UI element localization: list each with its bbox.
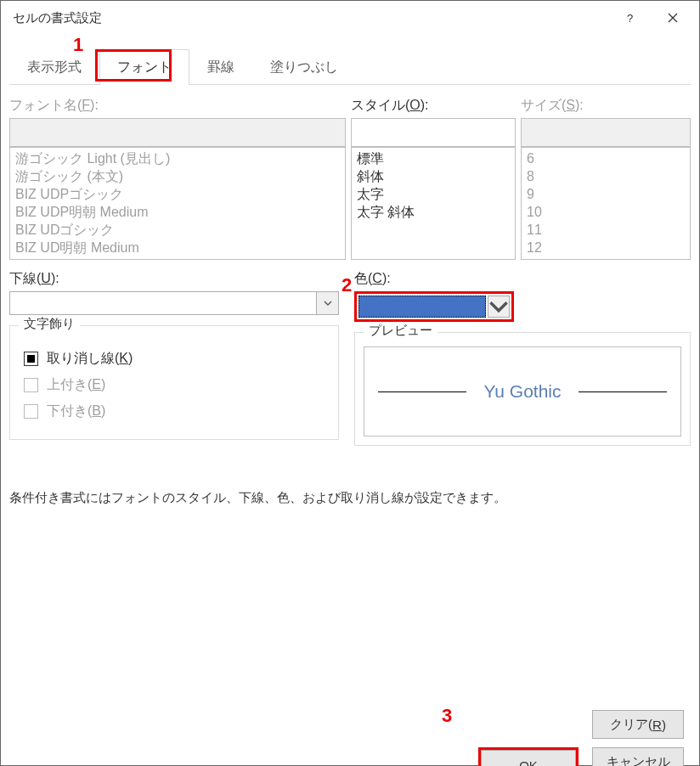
subscript-checkbox-row: 下付き(B) bbox=[24, 403, 325, 420]
size-input[interactable] bbox=[521, 118, 691, 147]
chevron-down-icon[interactable] bbox=[488, 296, 510, 318]
dialog-buttons: OK キャンセル bbox=[1, 739, 699, 766]
list-item[interactable]: 太字 bbox=[352, 185, 515, 203]
size-list[interactable]: 6 8 9 10 11 12 bbox=[521, 147, 691, 260]
tab-fill[interactable]: 塗りつぶし bbox=[252, 49, 356, 85]
style-list[interactable]: 標準 斜体 太字 太字 斜体 bbox=[351, 147, 516, 260]
preview-legend: プレビュー bbox=[364, 323, 438, 339]
label-size: サイズ(S): bbox=[521, 97, 691, 115]
help-button[interactable]: ? bbox=[609, 1, 652, 35]
list-item[interactable]: 太字 斜体 bbox=[352, 203, 515, 221]
list-item[interactable]: 8 bbox=[522, 167, 690, 185]
preview-line bbox=[378, 391, 466, 392]
list-item[interactable]: BIZ UD明朝 Medium bbox=[10, 239, 345, 256]
font-name-list[interactable]: 游ゴシック Light (見出し) 游ゴシック (本文) BIZ UDPゴシック… bbox=[9, 147, 346, 260]
titlebar: セルの書式設定 ? bbox=[1, 1, 699, 35]
label-underline: 下線(U): bbox=[9, 270, 339, 288]
preview-box: Yu Gothic bbox=[364, 346, 681, 437]
strike-label: 取り消し線(K) bbox=[47, 350, 133, 368]
preview-group: プレビュー Yu Gothic bbox=[354, 332, 691, 446]
effects-group: 文字飾り 取り消し線(K) 上付き(E) 下付き(B) bbox=[9, 325, 339, 440]
list-item[interactable]: BIZ UDPゴシック bbox=[10, 185, 345, 203]
svg-text:?: ? bbox=[627, 13, 633, 23]
dialog-window: セルの書式設定 ? 表示形式 フォント 罫線 塗りつぶし フォント名(F): 游… bbox=[0, 0, 700, 766]
font-name-input[interactable] bbox=[9, 118, 346, 147]
cancel-button[interactable]: キャンセル bbox=[592, 747, 684, 766]
note-text: 条件付き書式にはフォントのスタイル、下線、色、および取り消し線が設定できます。 bbox=[9, 490, 691, 506]
tab-page-font: フォント名(F): 游ゴシック Light (見出し) 游ゴシック (本文) B… bbox=[1, 85, 699, 739]
checkbox-icon bbox=[24, 378, 38, 392]
list-item[interactable]: BIZ UDP明朝 Medium bbox=[10, 203, 345, 221]
tab-display-format[interactable]: 表示形式 bbox=[9, 49, 99, 85]
style-input[interactable] bbox=[351, 118, 516, 147]
checkbox-icon bbox=[24, 404, 38, 419]
tab-container: 表示形式 フォント 罫線 塗りつぶし bbox=[1, 35, 699, 85]
underline-value bbox=[10, 292, 316, 314]
list-item[interactable]: 標準 bbox=[352, 149, 515, 167]
effects-legend: 文字飾り bbox=[19, 316, 80, 332]
close-button[interactable] bbox=[652, 1, 694, 35]
list-item[interactable]: 10 bbox=[522, 203, 690, 221]
superscript-label: 上付き(E) bbox=[47, 376, 105, 394]
preview-line bbox=[579, 391, 667, 392]
list-item[interactable]: 游ゴシック Light (見出し) bbox=[10, 149, 345, 167]
color-swatch bbox=[358, 296, 486, 318]
label-font-name: フォント名(F): bbox=[9, 97, 346, 115]
list-item[interactable]: 游ゴシック (本文) bbox=[10, 167, 345, 185]
preview-text: Yu Gothic bbox=[466, 381, 578, 402]
list-item[interactable]: BIZ UDゴシック bbox=[10, 221, 345, 239]
label-style: スタイル(O): bbox=[351, 97, 516, 115]
list-item[interactable]: 9 bbox=[522, 185, 690, 203]
list-item[interactable]: 12 bbox=[522, 239, 690, 256]
list-item[interactable]: 11 bbox=[522, 221, 690, 239]
strike-checkbox-row[interactable]: 取り消し線(K) bbox=[24, 350, 325, 368]
list-item[interactable]: 斜体 bbox=[352, 167, 515, 185]
list-item[interactable]: 6 bbox=[522, 149, 690, 167]
ok-highlight: OK bbox=[478, 747, 579, 766]
underline-combo[interactable] bbox=[9, 291, 339, 315]
ok-button[interactable]: OK bbox=[481, 750, 576, 766]
tab-font[interactable]: フォント bbox=[99, 49, 189, 85]
superscript-checkbox-row: 上付き(E) bbox=[24, 376, 325, 394]
label-color: 色(C): bbox=[354, 270, 691, 288]
tab-border[interactable]: 罫線 bbox=[189, 49, 252, 85]
dialog-title: セルの書式設定 bbox=[13, 10, 609, 26]
clear-button[interactable]: クリア(R) bbox=[592, 710, 684, 739]
color-combo[interactable] bbox=[354, 291, 514, 322]
checkbox-icon[interactable] bbox=[24, 352, 38, 366]
subscript-label: 下付き(B) bbox=[47, 403, 105, 420]
chevron-down-icon[interactable] bbox=[316, 292, 338, 314]
